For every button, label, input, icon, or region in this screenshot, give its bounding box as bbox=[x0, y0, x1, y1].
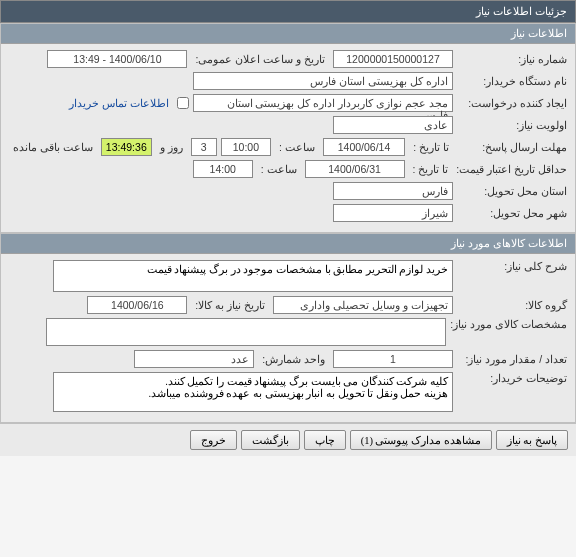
remaining-label: ساعت باقی مانده bbox=[9, 141, 97, 153]
announce-date-label: تاریخ و ساعت اعلان عمومی: bbox=[191, 53, 329, 65]
attachments-button[interactable]: مشاهده مدارک پیوستی (1) bbox=[350, 430, 492, 450]
respond-button[interactable]: پاسخ به نیاز bbox=[496, 430, 568, 450]
deadline-date-value: 1400/06/14 bbox=[323, 138, 405, 156]
section-goods-info-title: اطلاعات کالاهای مورد نیاز bbox=[1, 234, 575, 254]
qty-label: تعداد / مقدار مورد نیاز: bbox=[457, 353, 567, 365]
section-need-info-title: اطلاعات نیاز bbox=[1, 24, 575, 44]
window-title-bar: جزئیات اطلاعات نیاز bbox=[0, 0, 576, 23]
print-button[interactable]: چاپ bbox=[304, 430, 346, 450]
province-label: استان محل تحویل: bbox=[457, 185, 567, 197]
section-need-info: اطلاعات نیاز شماره نیاز: 120000015000012… bbox=[0, 23, 576, 233]
requester-value: مجد عجم نوازی کاربردار اداره کل بهزیستی … bbox=[193, 94, 453, 112]
button-row: پاسخ به نیاز مشاهده مدارک پیوستی (1) چاپ… bbox=[0, 423, 576, 456]
contact-checkbox-label: اطلاعات تماس خریدار bbox=[65, 97, 173, 109]
city-label: شهر محل تحویل: bbox=[457, 207, 567, 219]
spec-label: مشخصات کالای مورد نیاز: bbox=[450, 318, 567, 330]
buyer-name-label: نام دستگاه خریدار: bbox=[457, 75, 567, 87]
requester-label: ایجاد کننده درخواست: bbox=[457, 97, 567, 109]
days-value: 3 bbox=[191, 138, 217, 156]
deadline-to-date-label: تا تاریخ : bbox=[409, 141, 453, 153]
unit-label: واحد شمارش: bbox=[258, 353, 329, 365]
province-value: فارس bbox=[333, 182, 453, 200]
section-goods-info: اطلاعات کالاهای مورد نیاز شرح کلی نیاز: … bbox=[0, 233, 576, 423]
need-number-value: 1200000150000127 bbox=[333, 50, 453, 68]
deadline-time-label: ساعت : bbox=[275, 141, 319, 153]
need-number-label: شماره نیاز: bbox=[457, 53, 567, 65]
back-button[interactable]: بازگشت bbox=[241, 430, 300, 450]
need-date-label: تاریخ نیاز به کالا: bbox=[191, 299, 269, 311]
validity-label: حداقل تاریخ اعتبار قیمت: bbox=[456, 163, 567, 175]
contact-checkbox[interactable] bbox=[177, 97, 189, 109]
group-label: گروه کالا: bbox=[457, 299, 567, 311]
priority-value: عادی bbox=[333, 116, 453, 134]
need-date-value: 1400/06/16 bbox=[87, 296, 187, 314]
desc-label: شرح کلی نیاز: bbox=[457, 260, 567, 272]
deadline-label: مهلت ارسال پاسخ: bbox=[457, 141, 567, 153]
city-value: شیراز bbox=[333, 204, 453, 222]
buyer-notes-value: کلیه شرکت کنندگان می بایست برگ پیشنهاد ق… bbox=[53, 372, 453, 412]
exit-button[interactable]: خروج bbox=[190, 430, 237, 450]
qty-value: 1 bbox=[333, 350, 453, 368]
validity-date-value: 1400/06/31 bbox=[305, 160, 405, 178]
window-title: جزئیات اطلاعات نیاز bbox=[476, 5, 567, 17]
deadline-time-value: 10:00 bbox=[221, 138, 271, 156]
spec-value bbox=[46, 318, 446, 346]
announce-date-value: 1400/06/10 - 13:49 bbox=[47, 50, 187, 68]
validity-to-date-label: تا تاریخ : bbox=[409, 163, 453, 175]
remaining-time-value: 13:49:36 bbox=[101, 138, 152, 156]
group-value: تجهیزات و وسایل تحصیلی واداری bbox=[273, 296, 453, 314]
unit-value: عدد bbox=[134, 350, 254, 368]
buyer-name-value: اداره کل بهزیستی استان فارس bbox=[193, 72, 453, 90]
desc-value: خرید لوازم التحریر مطابق با مشخصات موجود… bbox=[53, 260, 453, 292]
validity-time-label: ساعت : bbox=[257, 163, 301, 175]
days-and-label: روز و bbox=[156, 141, 187, 153]
priority-label: اولویت نیاز: bbox=[457, 119, 567, 131]
buyer-notes-label: توضیحات خریدار: bbox=[457, 372, 567, 384]
validity-time-value: 14:00 bbox=[193, 160, 253, 178]
